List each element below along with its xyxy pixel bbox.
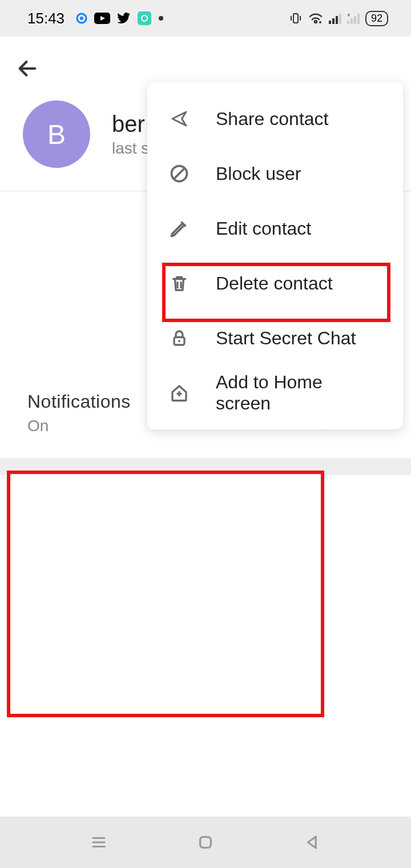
avatar[interactable]: B	[23, 101, 90, 168]
svg-rect-11	[329, 21, 331, 24]
menu-label: Block user	[216, 163, 301, 184]
back-button[interactable]	[14, 55, 41, 82]
home-plus-icon	[169, 383, 190, 403]
vibrate-icon	[289, 11, 303, 25]
signal-icon-1	[329, 13, 341, 24]
overflow-menu: Share contact Block user Edit contact De…	[147, 82, 403, 429]
block-icon	[169, 163, 190, 184]
notifications-title: Notifications	[27, 391, 131, 412]
menu-label: Start Secret Chat	[216, 328, 356, 349]
status-right: × 92	[289, 11, 388, 26]
menu-label: Edit contact	[216, 218, 311, 239]
svg-line-21	[174, 168, 184, 179]
menu-label: Add to Home screen	[216, 372, 381, 414]
profile-text: ber last s	[112, 111, 149, 158]
svg-rect-12	[332, 18, 335, 24]
contact-name: ber	[112, 111, 149, 137]
battery-indicator: 92	[365, 11, 388, 26]
content-area: B ber last s Notifications On Share cont…	[0, 37, 411, 817]
contact-status: last s	[112, 139, 149, 158]
menu-share-contact[interactable]: Share contact	[147, 91, 403, 146]
svg-rect-19	[357, 14, 360, 24]
svg-rect-7	[293, 14, 298, 23]
menu-delete-contact[interactable]: Delete contact	[147, 256, 403, 311]
share-icon	[169, 108, 190, 129]
trash-icon	[169, 273, 190, 294]
wifi-icon	[308, 13, 323, 24]
notifications-label-group: Notifications On	[27, 391, 131, 435]
twitter-icon	[117, 13, 131, 24]
svg-rect-14	[339, 14, 341, 24]
menu-start-secret-chat[interactable]: Start Secret Chat	[147, 311, 403, 365]
notifications-value: On	[27, 417, 131, 435]
svg-point-1	[80, 17, 83, 20]
svg-point-10	[319, 21, 321, 23]
nav-home-button[interactable]	[192, 829, 219, 856]
avatar-letter: B	[47, 119, 66, 150]
svg-point-6	[159, 16, 163, 21]
app-icon-teal	[138, 11, 151, 25]
menu-block-user[interactable]: Block user	[147, 146, 403, 201]
pencil-icon	[169, 218, 190, 239]
menu-label: Share contact	[216, 108, 328, 130]
nav-recents-button[interactable]	[85, 829, 112, 856]
signal-icon-2: ×	[347, 13, 360, 24]
app-icon-circle	[76, 13, 87, 24]
section-gap	[0, 458, 411, 475]
info-section	[0, 475, 411, 549]
svg-rect-18	[354, 16, 356, 24]
status-time: 15:43	[27, 10, 65, 27]
nav-back-button[interactable]	[299, 829, 326, 856]
status-bar: 15:43 × 92	[0, 0, 411, 37]
youtube-icon	[94, 13, 110, 24]
menu-edit-contact[interactable]: Edit contact	[147, 201, 403, 256]
menu-add-home-screen[interactable]: Add to Home screen	[147, 365, 403, 420]
menu-label: Delete contact	[216, 273, 333, 294]
svg-rect-29	[200, 837, 211, 848]
dot-icon	[158, 15, 164, 21]
svg-point-23	[178, 340, 180, 342]
svg-rect-16	[347, 21, 349, 24]
status-left: 15:43	[27, 10, 164, 27]
lock-icon	[169, 328, 190, 348]
navigation-bar	[0, 817, 411, 868]
svg-rect-4	[138, 11, 151, 25]
svg-rect-17	[350, 18, 353, 24]
svg-rect-13	[336, 16, 338, 24]
svg-text:×: ×	[347, 13, 350, 18]
